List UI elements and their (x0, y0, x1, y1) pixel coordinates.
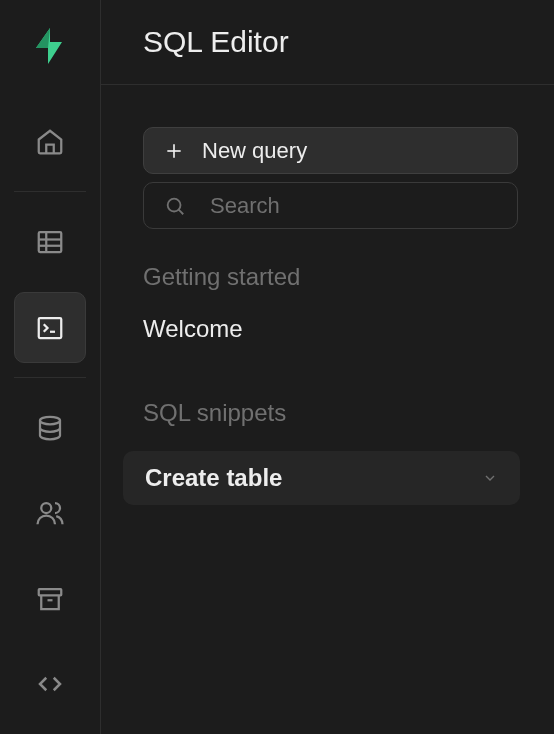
archive-icon (35, 584, 65, 614)
search-box[interactable] (143, 182, 518, 229)
svg-point-7 (41, 503, 51, 513)
new-query-label: New query (202, 138, 307, 164)
home-icon (35, 127, 65, 157)
svg-line-13 (179, 209, 184, 214)
nav-item-database[interactable] (14, 392, 86, 463)
nav-rail (0, 0, 101, 734)
search-input[interactable] (210, 193, 517, 219)
welcome-item[interactable]: Welcome (143, 315, 518, 343)
header: SQL Editor (101, 0, 554, 85)
svg-rect-0 (39, 232, 62, 252)
snippet-label: Create table (145, 464, 282, 492)
app-logo[interactable] (28, 24, 72, 68)
nav-item-tables[interactable] (14, 206, 86, 277)
plus-icon (164, 141, 184, 161)
users-icon (35, 498, 65, 528)
nav-item-auth[interactable] (14, 478, 86, 549)
code-icon (35, 669, 65, 699)
new-query-button[interactable]: New query (143, 127, 518, 174)
page-title: SQL Editor (143, 25, 289, 59)
terminal-icon (35, 313, 65, 343)
section-snippets: SQL snippets (143, 399, 518, 427)
nav-item-home[interactable] (14, 106, 86, 177)
svg-point-12 (168, 198, 181, 211)
nav-item-functions[interactable] (14, 649, 86, 720)
table-icon (35, 227, 65, 257)
search-icon (164, 195, 186, 217)
database-icon (35, 413, 65, 443)
section-getting-started: Getting started (143, 263, 518, 291)
chevron-down-icon (482, 470, 498, 486)
content: New query Getting started Welcome SQL sn… (101, 85, 554, 505)
snippet-create-table[interactable]: Create table (123, 451, 520, 505)
nav-divider (14, 191, 86, 192)
svg-rect-8 (39, 589, 62, 595)
main-panel: SQL Editor New query Getting started Wel… (101, 0, 554, 734)
nav-item-storage[interactable] (14, 563, 86, 634)
nav-divider (14, 377, 86, 378)
svg-point-6 (40, 417, 60, 425)
svg-rect-4 (39, 318, 62, 338)
nav-item-sql-editor[interactable] (14, 292, 86, 363)
